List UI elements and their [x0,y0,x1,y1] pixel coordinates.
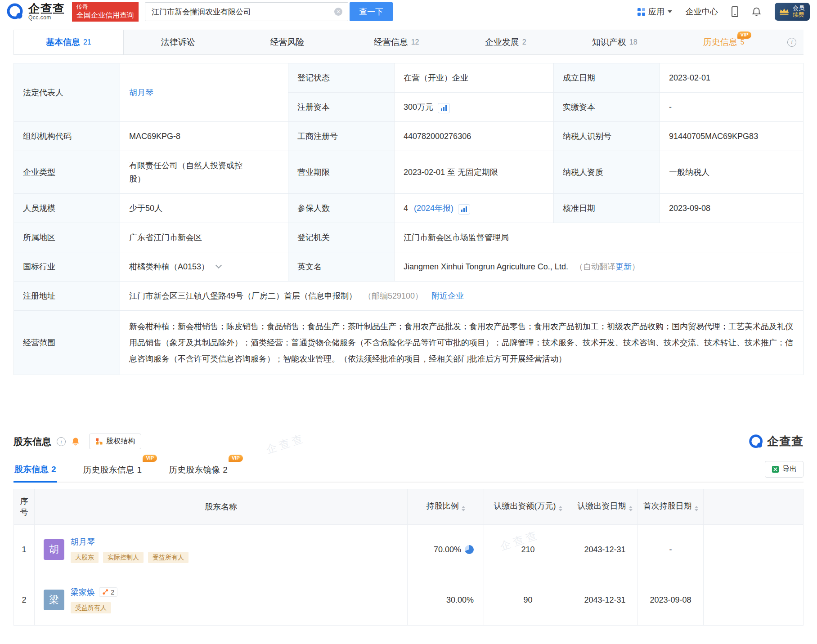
basic-info-table: 法定代表人 胡月琴 登记状态 在营（开业）企业 成立日期 2023-02-01 … [13,63,804,375]
nearby-companies-link[interactable]: 附近企业 [431,291,464,300]
tab-history-shareholder-mirror[interactable]: VIP 历史股东镜像2 [168,459,229,482]
auto-translate-note: （自动翻译 [575,262,615,271]
label-insured: 参保人数 [288,194,395,223]
col-ratio[interactable]: 持股比例 [408,489,484,525]
info-icon[interactable] [57,437,66,446]
tab-label: 知识产权 [592,36,626,48]
qcc-watermark-logo: 企查查 [749,434,804,449]
sort-icon[interactable] [462,504,465,513]
col-first-holding-date[interactable]: 首次持股日期 [638,489,704,525]
value-business-scope: 新会柑种植；新会柑销售；陈皮销售；食品销售；食品生产；茶叶制品生产；食用农产品批… [120,311,804,375]
col-no: 序号 [14,489,35,525]
vip-line2: 续费 [793,12,804,18]
shareholder-name-link[interactable]: 胡月琴 [71,537,95,547]
brand-name: 企查查 [28,3,65,15]
value-taxpayer-quality: 一般纳税人 [660,151,804,194]
shareholder-name-link[interactable]: 梁家焕 [71,587,95,598]
apps-menu[interactable]: 应用 [637,6,672,17]
chart-icon[interactable] [438,103,450,113]
tab-basic-info[interactable]: 基本信息 21 [13,30,124,54]
export-button[interactable]: 导出 [765,461,804,478]
tab-count: 2 [522,38,526,46]
tab-count: 2 [51,465,56,474]
sort-icon[interactable] [629,504,633,513]
label-taxpayer-quality: 纳税人资质 [554,151,660,194]
phone-icon[interactable] [732,6,738,17]
equity-structure-button[interactable]: 股权结构 [89,434,141,449]
value-business-term: 2023-02-01 至 无固定期限 [395,151,554,194]
vip-text: 会员 续费 [793,5,804,18]
col-label: 认缴出资日期 [578,501,626,510]
shareholders-tabbar: 股东信息2 VIP 历史股东信息1 VIP 历史股东镜像2 导出 [13,458,804,483]
shareholders-section: 股东信息 股权结构 企查查 [13,434,804,626]
label-org-code: 组织机构代码 [14,122,120,151]
chart-icon[interactable] [458,204,470,215]
shareholder-tag: 大股东 [71,552,99,563]
shareholder-tag: 受益所有人 [148,552,189,563]
pie-chart-icon[interactable] [465,545,474,554]
translate-update-link[interactable]: 更新 [615,262,632,271]
auto-translate-note-close: ） [632,262,640,271]
tab-label: 经营信息 [374,36,408,48]
shareholders-table: 序号 股东名称 持股比例 认缴出资额(万元) 认缴出资日期 首次持股日期 1 胡 [13,489,804,626]
tab-operation-risk[interactable]: 经营风险 [233,30,342,54]
label-est-date: 成立日期 [554,63,660,93]
qcc-logo-icon [749,434,764,449]
tab-label: 历史股东信息 [83,465,135,474]
postcode-text: （邮编529100） [364,291,423,300]
brand-domain: Qcc.com [28,15,65,21]
clear-icon[interactable] [334,8,342,16]
search-button[interactable]: 查一下 [350,2,393,21]
search-input[interactable] [145,2,348,21]
cell-subscribe-date: 2043-12-31 [572,575,638,625]
value-region: 广东省江门市新会区 [120,223,288,252]
tab-company-development[interactable]: 企业发展 2 [451,30,560,54]
tab-label: 经营风险 [270,36,304,48]
label-reg-authority: 登记机关 [288,223,395,252]
vip-renew-badge[interactable]: 会员 续费 [775,3,810,21]
label-business-scope: 经营范围 [14,311,120,375]
tab-intellectual-property[interactable]: 知识产权 18 [560,30,669,54]
equity-structure-icon [95,438,103,445]
chevron-down-icon[interactable] [215,262,222,268]
info-icon[interactable] [787,38,796,47]
value-industry: 柑橘类种植（A0153） [120,252,288,282]
col-subscribed-date[interactable]: 认缴出资日期 [572,489,638,525]
main-content: 基本信息 21 法律诉讼 经营风险 经营信息 12 企业发展 2 知识产权 18 [13,30,804,626]
qcc-company-page: 企查查 Qcc.com 传奇 全国企业信用查询 查一下 应用 企业中心 [0,0,817,644]
tab-operation-info[interactable]: 经营信息 12 [342,30,451,54]
header-nav: 应用 企业中心 会员 续费 [637,3,810,21]
sort-icon[interactable] [695,504,698,513]
value-org-code: MAC69KPG-8 [120,122,288,151]
vip-badge: VIP [229,455,243,462]
enterprise-center-link[interactable]: 企业中心 [686,6,718,17]
value-reg-no: 440782000276306 [395,122,554,151]
industry-text: 柑橘类种植（A0153） [129,262,209,271]
site-header: 企查查 Qcc.com 传奇 全国企业信用查询 查一下 应用 企业中心 [0,0,817,23]
legal-rep-link[interactable]: 胡月琴 [129,88,153,97]
crown-icon [779,7,790,16]
value-reg-authority: 江门市新会区市场监督管理局 [395,223,804,252]
tab-count: 2 [223,465,228,474]
label-reg-status: 登记状态 [288,63,395,93]
english-name-text: Jiangmen Xinhui Tongrun Agriculture Co.,… [404,262,568,271]
qcc-watermark-text: 企查查 [767,434,804,449]
col-subscribed-amount[interactable]: 认缴出资额(万元) [484,489,572,525]
tab-history-info[interactable]: VIP 历史信息 5 [669,30,778,54]
sort-icon[interactable] [559,504,562,513]
qcc-logo[interactable]: 企查查 Qcc.com [6,3,65,21]
related-companies-chip[interactable]: 2 [99,587,117,597]
tab-history-shareholder-info[interactable]: VIP 历史股东信息1 [82,459,143,482]
tab-legal-litigation[interactable]: 法律诉讼 [124,30,233,54]
col-filler [704,489,804,525]
value-english-name: Jiangmen Xinhui Tongrun Agriculture Co.,… [395,252,804,282]
bell-icon[interactable] [752,7,761,17]
annual-report-link[interactable]: (2024年报) [414,204,453,213]
value-legal-rep: 胡月琴 [120,63,288,122]
value-company-type: 有限责任公司（自然人投资或控股） [120,151,288,194]
address-text: 江门市新会区三江镇八堡路49号（厂房二）首层（信息申报制） [129,291,357,300]
monitor-bell-icon[interactable] [71,437,80,446]
insured-count: 4 [404,204,408,213]
tab-shareholder-info[interactable]: 股东信息2 [13,458,57,483]
caret-down-icon [668,10,672,15]
